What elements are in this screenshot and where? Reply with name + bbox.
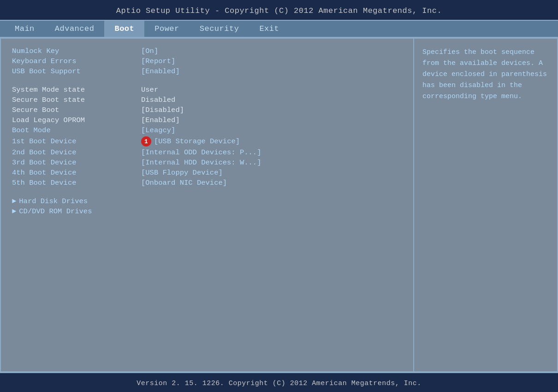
- boot-device-2nd[interactable]: 2nd Boot Device [Internal ODD Devices: P…: [12, 148, 402, 157]
- submenu-hard-disk[interactable]: ► Hard Disk Drives: [12, 197, 402, 205]
- setting-load-legacy[interactable]: Load Legacy OPROM [Enabled]: [12, 116, 402, 124]
- title-text: Aptio Setup Utility - Copyright (C) 2012…: [116, 6, 442, 15]
- setting-load-legacy-label: Load Legacy OPROM: [12, 116, 141, 124]
- nav-bar: Main Advanced Boot Power Security Exit: [0, 20, 558, 38]
- boot-device-4th[interactable]: 4th Boot Device [USB Floppy Device]: [12, 169, 402, 177]
- spacer-1: [12, 77, 402, 86]
- submenu-hard-disk-arrow: ►: [12, 197, 16, 205]
- boot-device-1st-badge: 1: [141, 136, 151, 146]
- setting-keyboard-errors[interactable]: Keyboard Errors [Report]: [12, 57, 402, 65]
- main-content: Numlock Key [On] Keyboard Errors [Report…: [0, 38, 558, 372]
- nav-boot[interactable]: Boot: [104, 21, 144, 37]
- setting-numlock-label: Numlock Key: [12, 47, 141, 55]
- submenu-cddvd[interactable]: ► CD/DVD ROM Drives: [12, 207, 402, 216]
- setting-system-mode-label: System Mode state: [12, 86, 141, 94]
- setting-usb-boot-value: [Enabled]: [141, 67, 180, 76]
- submenu-hard-disk-label: Hard Disk Drives: [19, 197, 88, 205]
- setting-numlock[interactable]: Numlock Key [On]: [12, 47, 402, 55]
- title-bar: Aptio Setup Utility - Copyright (C) 2012…: [0, 0, 558, 20]
- boot-device-5th-value: [Onboard NIC Device]: [141, 179, 227, 187]
- setting-secure-boot-state-label: Secure Boot state: [12, 96, 141, 104]
- nav-security[interactable]: Security: [190, 21, 249, 37]
- setting-secure-boot[interactable]: Secure Boot [Disabled]: [12, 106, 402, 114]
- nav-advanced[interactable]: Advanced: [45, 21, 105, 37]
- setting-usb-boot[interactable]: USB Boot Support [Enabled]: [12, 67, 402, 76]
- footer-text: Version 2. 15. 1226. Copyright (C) 2012 …: [137, 380, 421, 387]
- setting-secure-boot-state: Secure Boot state Disabled: [12, 96, 402, 104]
- setting-boot-mode-value: [Leagcy]: [141, 126, 175, 135]
- boot-device-2nd-label: 2nd Boot Device: [12, 148, 141, 157]
- setting-secure-boot-value: [Disabled]: [141, 106, 184, 114]
- help-text: Specifies the boot sequence from the ava…: [422, 48, 547, 100]
- setting-keyboard-errors-label: Keyboard Errors: [12, 57, 141, 65]
- setting-system-mode-value: User: [141, 86, 158, 94]
- submenu-cddvd-label: CD/DVD ROM Drives: [19, 207, 92, 216]
- setting-boot-mode-label: Boot Mode: [12, 126, 141, 135]
- boot-device-3rd[interactable]: 3rd Boot Device [Internal HDD Devices: W…: [12, 158, 402, 167]
- boot-device-5th[interactable]: 5th Boot Device [Onboard NIC Device]: [12, 179, 402, 187]
- boot-device-4th-value: [USB Floppy Device]: [141, 169, 223, 177]
- nav-exit[interactable]: Exit: [249, 21, 289, 37]
- right-pane: Specifies the boot sequence from the ava…: [414, 39, 557, 371]
- boot-device-1st-value: [USB Storage Device]: [154, 137, 240, 146]
- boot-device-5th-label: 5th Boot Device: [12, 179, 141, 187]
- setting-boot-mode[interactable]: Boot Mode [Leagcy]: [12, 126, 402, 135]
- boot-device-1st-label: 1st Boot Device: [12, 137, 141, 146]
- nav-main[interactable]: Main: [5, 21, 45, 37]
- setting-keyboard-errors-value: [Report]: [141, 57, 175, 65]
- setting-system-mode: System Mode state User: [12, 86, 402, 94]
- boot-device-2nd-value: [Internal ODD Devices: P...]: [141, 148, 261, 157]
- boot-device-1st[interactable]: 1st Boot Device 1 [USB Storage Device]: [12, 136, 402, 146]
- boot-device-3rd-value: [Internal HDD Devices: W...]: [141, 158, 261, 167]
- submenu-cddvd-arrow: ►: [12, 207, 16, 216]
- setting-secure-boot-state-value: Disabled: [141, 96, 175, 104]
- boot-device-3rd-label: 3rd Boot Device: [12, 158, 141, 167]
- left-pane: Numlock Key [On] Keyboard Errors [Report…: [1, 39, 414, 371]
- spacer-2: [12, 189, 402, 197]
- setting-usb-boot-label: USB Boot Support: [12, 67, 141, 76]
- setting-secure-boot-label: Secure Boot: [12, 106, 141, 114]
- boot-device-4th-label: 4th Boot Device: [12, 169, 141, 177]
- setting-numlock-value: [On]: [141, 47, 158, 55]
- footer: Version 2. 15. 1226. Copyright (C) 2012 …: [0, 372, 558, 392]
- nav-power[interactable]: Power: [144, 21, 190, 37]
- setting-load-legacy-value: [Enabled]: [141, 116, 180, 124]
